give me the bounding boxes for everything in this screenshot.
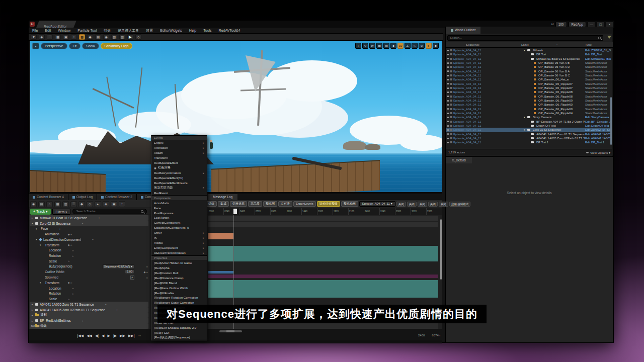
track-row[interactable]: ▾ Zoro 02 St Sequence + xyxy=(30,221,148,226)
context-menu-item[interactable]: PostExposure xyxy=(151,210,207,215)
column-sequence[interactable]: Sequence xyxy=(446,43,521,46)
context-menu-item[interactable]: IK ▸ xyxy=(151,235,207,240)
context-menu-item[interactable]: Components xyxy=(151,195,207,200)
track-row[interactable]: ▸ A04041 1A005 Zoro 02Path 01 T1 Sequenc… xyxy=(30,307,148,313)
track-value-dropdown[interactable]: Sequence 433式为白 ▾ xyxy=(102,264,134,269)
track-row[interactable]: ▸ BP_RedLightSettings + xyxy=(30,318,148,323)
outliner-row[interactable]: Episode_A04_04_11 OP_Baratie_06_Ripple07… xyxy=(446,86,611,90)
outliner-row[interactable]: Episode_A04_04_11 OP_Baratie 06 Yun A B … xyxy=(446,61,611,65)
context-menu-item[interactable]: Engine ▸ xyxy=(151,140,207,145)
timeline-ruler[interactable]: 0000 0240 0480 0720 0960 1200 1440 1680 … xyxy=(208,208,442,215)
track-row[interactable]: Rotation ‹› xyxy=(29,253,149,258)
type-cell[interactable]: StaticMeshActor xyxy=(585,90,611,94)
eye-icon[interactable] xyxy=(447,104,449,106)
type-cell[interactable]: StaticMeshActor xyxy=(585,86,611,89)
type-cell[interactable]: Edit BP_Episode_A0 xyxy=(585,120,611,123)
outliner-row[interactable]: Episode_A04_04_11 A04041 1A005 Zoro 02Pa… xyxy=(446,136,611,140)
dock-tab[interactable]: Output Log xyxy=(68,194,97,200)
transport-button[interactable]: ▶ xyxy=(108,333,110,338)
context-menu-item[interactable]: Face xyxy=(151,205,207,210)
eye-icon[interactable] xyxy=(447,50,449,51)
viewport-tool-icon[interactable]: ▸ xyxy=(426,43,432,49)
viewport-tool-icon[interactable]: ▤ xyxy=(383,43,389,49)
outliner-row[interactable]: Episode_A04_04_11 OP_Baratie_06_Ripple08… xyxy=(446,95,611,99)
timeline-horizontal-scrollbar[interactable] xyxy=(219,330,242,332)
clip-animation[interactable] xyxy=(208,233,233,239)
context-menu-item[interactable]: [Red]Distance Clamp xyxy=(151,275,207,280)
transport-button[interactable]: |▶ xyxy=(113,333,117,338)
track-row[interactable]: 状态(Sequence) Sequence 433式为白 ▾ ‹› xyxy=(29,264,149,269)
add-track-button[interactable]: + Track ▾ xyxy=(30,209,51,215)
track-row-controls[interactable]: ◆ + xyxy=(59,233,73,236)
action-button[interactable]: 运动特效预设 xyxy=(317,201,340,207)
menu-item[interactable]: Tools xyxy=(200,28,215,34)
track-row-controls[interactable]: ◆ ‹› xyxy=(59,281,73,284)
track-row[interactable]: Animation ◆ + xyxy=(29,231,149,237)
outliner-row[interactable]: Episode_A04_04_11 OP_Baratie 06 Yun A D … xyxy=(446,65,611,69)
eye-icon[interactable] xyxy=(447,70,449,72)
mini-action-button[interactable]: 关闭 xyxy=(407,202,417,207)
expand-arrow-icon[interactable]: ▾ xyxy=(524,49,526,52)
search-tracks-input[interactable]: Search Tracks xyxy=(72,209,147,214)
context-menu-item[interactable]: Events xyxy=(151,135,207,140)
outliner-row[interactable]: Episode_A04_04_11 ▾ Mihawk Edit ZSW2M_01… xyxy=(446,48,611,52)
type-cell[interactable]: StaticMeshActor xyxy=(585,78,611,81)
context-menu-item[interactable]: ◉ 红色注释 xyxy=(151,165,207,170)
menu-item[interactable]: File xyxy=(29,28,41,34)
eye-icon[interactable] xyxy=(447,79,449,80)
eye-icon[interactable] xyxy=(447,83,449,84)
outliner-row[interactable]: Episode_A04_04_11 OP_Baratie 06 Yun B A … xyxy=(446,69,611,73)
toolbar-icon[interactable]: ◈ xyxy=(39,34,45,40)
context-menu-item[interactable]: Other ▸ xyxy=(151,230,207,235)
toolbar-icon[interactable]: ◆ xyxy=(87,34,93,40)
transport-button[interactable]: ▶▶| xyxy=(128,333,135,338)
context-menu-item[interactable]: [Red]状态调整(Sequence) xyxy=(151,335,207,340)
outliner-row[interactable]: Episode_A04_04_11 Mihawk 01 Boat 01 St S… xyxy=(446,57,611,61)
type-cell[interactable]: Edit ZSW2M_01_St xyxy=(585,49,611,52)
redapp-button[interactable]: RedApp xyxy=(569,22,587,27)
show-dropdown[interactable]: Show xyxy=(82,43,99,49)
maximize-button[interactable]: □ xyxy=(597,22,604,27)
context-menu-item[interactable]: [Red]Custom Roll xyxy=(151,270,207,275)
clip-blue-fragment[interactable] xyxy=(208,271,233,274)
context-menu-item[interactable]: RedSpecialEffectFreeze xyxy=(151,180,207,185)
timeline-vertical-scrollbar[interactable] xyxy=(440,219,442,280)
transport-button[interactable]: ◀◀ xyxy=(87,333,92,338)
context-menu-item[interactable]: StaticMeshComponent_0 xyxy=(151,225,207,230)
eye-icon[interactable] xyxy=(447,138,449,139)
toolbar-icon[interactable]: ◉ xyxy=(103,34,109,40)
sequencer-tool-icon[interactable]: ▥ xyxy=(62,201,69,207)
context-menu-item[interactable]: [Red]Actor Hidden In Game xyxy=(151,260,207,265)
context-menu-item[interactable]: [Red]Alpha xyxy=(151,265,207,270)
track-row[interactable]: ▸ Mihawk 01 Boat 01 St Sequence + xyxy=(30,215,148,221)
outliner-row[interactable]: Episode_A04_04_11 OP_Baratie_06_Ripple08… xyxy=(446,90,611,94)
transport-button[interactable]: ⋯ xyxy=(137,333,141,338)
viewport-tool-icon[interactable]: + xyxy=(355,43,361,49)
sequencer-tool-icon[interactable]: ◆ xyxy=(78,201,85,207)
track-expand-icon[interactable]: ▸ xyxy=(32,216,35,219)
episode-dropdown[interactable]: Episode_A04_04_11 ▾ xyxy=(359,201,395,207)
track-row-controls[interactable]: ‹› xyxy=(57,298,71,301)
viewport-tool-icon[interactable]: ▦ xyxy=(376,43,382,49)
sequencer-tool-icon[interactable]: ◇ xyxy=(87,201,93,207)
filters-button[interactable]: Filters ▾ xyxy=(52,209,71,215)
eye-icon[interactable] xyxy=(447,75,449,76)
mini-action-button[interactable]: 关闭 xyxy=(428,202,438,207)
type-cell[interactable]: StaticMeshActor xyxy=(585,112,611,115)
track-expand-icon[interactable]: ▾ xyxy=(32,222,35,225)
toolbar-icon[interactable]: ▦ xyxy=(55,34,61,40)
perspective-dropdown[interactable]: Perspective xyxy=(41,43,67,49)
viewport-tool-icon[interactable]: 10 xyxy=(397,43,404,49)
close-button[interactable]: × xyxy=(606,22,613,27)
action-button[interactable]: 切换状态 xyxy=(230,201,247,207)
eye-icon[interactable] xyxy=(447,92,449,93)
type-cell[interactable]: StaticMeshActor xyxy=(585,70,611,73)
track-checkbox[interactable]: ✓ xyxy=(130,276,134,280)
context-menu-item[interactable]: RedStoryAnimation ▸ xyxy=(151,170,207,175)
mini-action-button[interactable]: 关闭 xyxy=(418,202,427,207)
outliner-row[interactable]: Episode_A04_04_11 OP_Baratie_06_Ripple07… xyxy=(446,82,611,86)
eye-icon[interactable] xyxy=(447,58,449,59)
track-row-controls[interactable]: ◆ ‹› xyxy=(135,270,149,274)
context-menu-item[interactable]: UERealTransformation ▸ xyxy=(151,250,207,255)
outliner-row[interactable]: Episode_A04_04_11 OP_Baratie_06_Ripple60… xyxy=(446,103,611,107)
